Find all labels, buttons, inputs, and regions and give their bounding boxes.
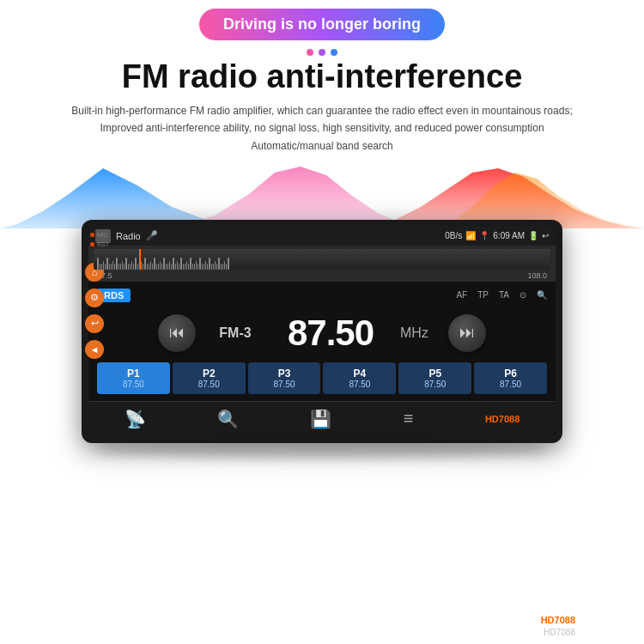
radio-main: RDS AF TP TA ⊙ 🔍 ⏮ FM-3 87.50 MHz ⏭	[88, 282, 556, 401]
tick	[103, 261, 104, 270]
nav-save-icon[interactable]: 💾	[310, 409, 331, 429]
tick	[122, 261, 123, 270]
ctrl-af[interactable]: AF	[456, 290, 467, 300]
battery-icon: 🔋	[528, 231, 538, 240]
desc-line1: Built-in high-performance FM radio ampli…	[34, 102, 610, 119]
tick	[169, 261, 170, 270]
tick	[186, 261, 187, 270]
dot-blue	[331, 49, 337, 56]
band-label: FM-3	[210, 325, 261, 341]
forward-button[interactable]: ⏭	[448, 314, 486, 352]
dots-row	[0, 49, 644, 56]
tick	[150, 261, 151, 270]
rewind-button[interactable]: ⏮	[158, 314, 196, 352]
tuner-indicator	[139, 249, 141, 270]
radio-label: Radio	[116, 231, 141, 241]
radio-top-row: RDS AF TP TA ⊙ 🔍	[97, 289, 547, 302]
preset-p4-freq: 87.50	[326, 380, 392, 389]
tick	[185, 264, 185, 270]
tick	[152, 264, 153, 270]
preset-p2-label: P2	[176, 368, 242, 380]
tick	[128, 264, 129, 270]
preset-p5-label: P5	[402, 368, 468, 380]
description: Built-in high-performance FM radio ampli…	[0, 102, 644, 155]
mic-dot	[90, 233, 94, 237]
car-radio-device: MIC RST ⌂ ⚙ ↩ ◄ Radio 🎤 0B/s 📶	[82, 220, 562, 443]
brand-label: HD7088	[485, 414, 519, 424]
tick	[202, 264, 203, 270]
left-icons: ⌂ ⚙ ↩ ◄	[85, 263, 104, 359]
device-wrapper: MIC RST ⌂ ⚙ ↩ ◄ Radio 🎤 0B/s 📶	[0, 220, 644, 443]
left-icon-back[interactable]: ↩	[85, 314, 104, 333]
tick	[228, 258, 229, 270]
tick	[105, 264, 106, 270]
time-display: 6:09 AM	[493, 231, 525, 240]
back-icon[interactable]: ↩	[542, 231, 549, 240]
tick	[112, 261, 113, 270]
ctrl-search2[interactable]: 🔍	[537, 290, 547, 300]
screen: Radio 🎤 0B/s 📶 📍 6:09 AM 🔋 ↩	[88, 227, 556, 436]
ctrl-tp[interactable]: TP	[477, 290, 489, 300]
tick	[226, 264, 227, 270]
frequency-display: 87.50	[275, 313, 386, 354]
tick	[204, 264, 204, 270]
nav-wifi-icon[interactable]: 📡	[125, 409, 146, 429]
tuner-area: 87.5 108.0	[88, 246, 556, 282]
tick	[194, 264, 195, 270]
tick	[205, 261, 206, 270]
device-shadow	[99, 441, 545, 459]
preset-p4[interactable]: P4 87.50	[323, 362, 396, 394]
tick	[167, 264, 168, 270]
rst-text: RST	[97, 241, 109, 247]
tick	[199, 258, 201, 270]
top-banner-container: Driving is no longer boring	[0, 0, 644, 40]
nav-menu-icon[interactable]: ≡	[404, 409, 414, 428]
rst-label: RST	[90, 241, 109, 247]
preset-p1[interactable]: P1 87.50	[97, 362, 170, 394]
ruler-ticks	[94, 249, 550, 270]
waveform-svg	[0, 160, 644, 228]
preset-p2-freq: 87.50	[176, 380, 242, 389]
tick	[100, 264, 100, 270]
ctrl-search1[interactable]: ⊙	[519, 290, 526, 300]
tick	[222, 264, 223, 270]
ctrl-ta[interactable]: TA	[499, 290, 509, 300]
rst-dot	[90, 242, 94, 246]
tick	[137, 264, 138, 270]
waveform	[0, 160, 644, 228]
tick	[130, 264, 131, 270]
preset-p3-label: P3	[252, 368, 318, 380]
mic-text: MIC	[97, 232, 108, 238]
ruler-freq: 87.5 108.0	[94, 271, 550, 280]
mic-label: MIC	[90, 232, 109, 238]
preset-p2[interactable]: P2 87.50	[173, 362, 246, 394]
tick	[116, 258, 118, 270]
preset-p3[interactable]: P3 87.50	[248, 362, 321, 394]
tick	[147, 264, 148, 270]
banner-pill: Driving is no longer boring	[199, 9, 445, 40]
left-icon-settings[interactable]: ⚙	[85, 289, 104, 307]
mic-rst-labels: MIC RST	[90, 232, 109, 247]
desc-line3: Automatic/manual band search	[34, 137, 610, 155]
preset-p5[interactable]: P5 87.50	[398, 362, 471, 394]
preset-p6[interactable]: P6 87.50	[474, 362, 547, 394]
tick	[197, 264, 198, 270]
location-icon: 📍	[479, 231, 489, 240]
radio-controls: AF TP TA ⊙ 🔍	[456, 290, 547, 300]
tick	[161, 264, 162, 270]
tick	[221, 264, 222, 270]
tick	[124, 264, 125, 270]
preset-p6-label: P6	[477, 368, 544, 380]
tick	[101, 264, 102, 270]
tick	[118, 264, 119, 270]
watermark-brand2: HD7088	[544, 628, 575, 637]
preset-p5-freq: 87.50	[402, 380, 468, 389]
tick	[192, 264, 193, 270]
nav-search-icon[interactable]: 🔍	[217, 409, 239, 429]
tick	[173, 258, 174, 270]
dot-purple	[319, 49, 325, 56]
preset-p4-label: P4	[326, 368, 392, 380]
tick	[131, 261, 132, 270]
tick	[183, 264, 184, 270]
left-icon-volume[interactable]: ◄	[85, 340, 104, 359]
